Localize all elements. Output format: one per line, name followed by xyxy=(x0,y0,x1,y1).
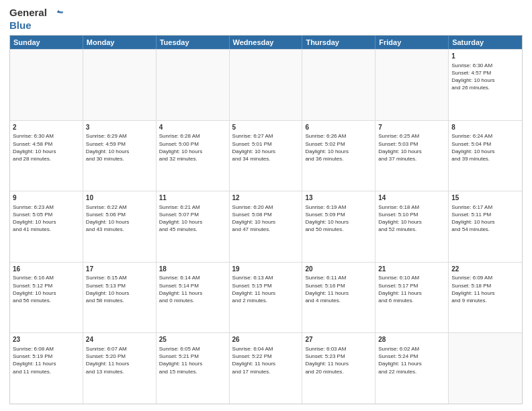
calendar-row: 2Sunrise: 6:30 AM Sunset: 4:58 PM Daylig… xyxy=(10,120,522,191)
day-info: Sunrise: 6:17 AM Sunset: 5:11 PM Dayligh… xyxy=(451,203,519,234)
day-info: Sunrise: 6:23 AM Sunset: 5:05 PM Dayligh… xyxy=(13,203,80,234)
day-cell: 13Sunrise: 6:19 AM Sunset: 5:09 PM Dayli… xyxy=(302,191,375,262)
day-info: Sunrise: 6:26 AM Sunset: 5:02 PM Dayligh… xyxy=(305,132,372,163)
day-number: 1 xyxy=(451,52,519,61)
day-cell: 17Sunrise: 6:15 AM Sunset: 5:13 PM Dayli… xyxy=(83,263,157,333)
day-info: Sunrise: 6:09 AM Sunset: 5:18 PM Dayligh… xyxy=(451,274,519,304)
logo-general: General xyxy=(9,7,47,18)
calendar: SundayMondayTuesdayWednesdayThursdayFrid… xyxy=(9,35,523,404)
day-cell: 18Sunrise: 6:14 AM Sunset: 5:14 PM Dayli… xyxy=(157,263,230,333)
day-cell: 25Sunrise: 6:05 AM Sunset: 5:21 PM Dayli… xyxy=(157,333,230,404)
day-info: Sunrise: 6:10 AM Sunset: 5:17 PM Dayligh… xyxy=(378,274,445,304)
day-cell: 6Sunrise: 6:26 AM Sunset: 5:02 PM Daylig… xyxy=(302,121,375,191)
day-number: 9 xyxy=(13,193,80,203)
day-info: Sunrise: 6:20 AM Sunset: 5:08 PM Dayligh… xyxy=(232,203,300,234)
day-info: Sunrise: 6:03 AM Sunset: 5:23 PM Dayligh… xyxy=(305,345,372,375)
empty-cell xyxy=(83,50,157,120)
calendar-header: SundayMondayTuesdayWednesdayThursdayFrid… xyxy=(10,36,522,49)
day-number: 25 xyxy=(159,335,226,345)
day-info: Sunrise: 6:19 AM Sunset: 5:09 PM Dayligh… xyxy=(305,203,372,234)
logo-text: General Blue xyxy=(9,7,63,31)
weekday-header: Friday xyxy=(375,36,449,49)
day-number: 6 xyxy=(305,123,372,132)
day-cell: 9Sunrise: 6:23 AM Sunset: 5:05 PM Daylig… xyxy=(10,191,83,262)
day-cell: 3Sunrise: 6:29 AM Sunset: 4:59 PM Daylig… xyxy=(83,121,157,191)
day-info: Sunrise: 6:21 AM Sunset: 5:07 PM Dayligh… xyxy=(159,203,226,234)
day-info: Sunrise: 6:15 AM Sunset: 5:13 PM Dayligh… xyxy=(86,274,153,304)
day-info: Sunrise: 6:14 AM Sunset: 5:14 PM Dayligh… xyxy=(159,274,226,304)
day-info: Sunrise: 6:02 AM Sunset: 5:24 PM Dayligh… xyxy=(378,345,445,375)
day-info: Sunrise: 6:11 AM Sunset: 5:16 PM Dayligh… xyxy=(305,274,372,304)
day-number: 23 xyxy=(13,335,80,345)
day-info: Sunrise: 6:29 AM Sunset: 4:59 PM Dayligh… xyxy=(86,132,153,163)
day-cell: 7Sunrise: 6:25 AM Sunset: 5:03 PM Daylig… xyxy=(375,121,449,191)
day-number: 19 xyxy=(232,265,300,274)
calendar-body: 1Sunrise: 6:30 AM Sunset: 4:57 PM Daylig… xyxy=(10,49,522,404)
day-cell: 8Sunrise: 6:24 AM Sunset: 5:04 PM Daylig… xyxy=(449,121,522,191)
weekday-header: Sunday xyxy=(10,36,83,49)
weekday-header: Wednesday xyxy=(230,36,303,49)
day-number: 20 xyxy=(305,265,372,274)
day-info: Sunrise: 6:05 AM Sunset: 5:21 PM Dayligh… xyxy=(159,345,226,375)
day-cell: 28Sunrise: 6:02 AM Sunset: 5:24 PM Dayli… xyxy=(375,333,449,404)
day-cell: 21Sunrise: 6:10 AM Sunset: 5:17 PM Dayli… xyxy=(375,263,449,333)
day-number: 15 xyxy=(451,193,519,203)
day-cell: 4Sunrise: 6:28 AM Sunset: 5:00 PM Daylig… xyxy=(157,121,230,191)
day-cell: 11Sunrise: 6:21 AM Sunset: 5:07 PM Dayli… xyxy=(157,191,230,262)
day-info: Sunrise: 6:22 AM Sunset: 5:06 PM Dayligh… xyxy=(86,203,153,234)
day-number: 7 xyxy=(378,123,445,132)
weekday-header: Thursday xyxy=(302,36,375,49)
day-info: Sunrise: 6:30 AM Sunset: 4:57 PM Dayligh… xyxy=(451,62,519,92)
day-info: Sunrise: 6:24 AM Sunset: 5:04 PM Dayligh… xyxy=(451,132,519,163)
day-number: 16 xyxy=(13,265,80,274)
day-cell: 16Sunrise: 6:16 AM Sunset: 5:12 PM Dayli… xyxy=(10,263,83,333)
day-cell: 14Sunrise: 6:18 AM Sunset: 5:10 PM Dayli… xyxy=(375,191,449,262)
empty-cell xyxy=(157,50,230,120)
day-number: 14 xyxy=(378,193,445,203)
day-number: 18 xyxy=(159,265,226,274)
day-number: 21 xyxy=(378,265,445,274)
day-info: Sunrise: 6:08 AM Sunset: 5:19 PM Dayligh… xyxy=(13,345,80,375)
day-cell: 24Sunrise: 6:07 AM Sunset: 5:20 PM Dayli… xyxy=(83,333,157,404)
day-info: Sunrise: 6:07 AM Sunset: 5:20 PM Dayligh… xyxy=(86,345,153,375)
day-cell: 5Sunrise: 6:27 AM Sunset: 5:01 PM Daylig… xyxy=(230,121,303,191)
day-cell: 10Sunrise: 6:22 AM Sunset: 5:06 PM Dayli… xyxy=(83,191,157,262)
empty-cell xyxy=(10,50,83,120)
logo: General Blue xyxy=(9,7,63,31)
day-number: 3 xyxy=(86,123,153,132)
calendar-row: 9Sunrise: 6:23 AM Sunset: 5:05 PM Daylig… xyxy=(10,191,522,262)
day-cell: 15Sunrise: 6:17 AM Sunset: 5:11 PM Dayli… xyxy=(449,191,522,262)
day-cell: 2Sunrise: 6:30 AM Sunset: 4:58 PM Daylig… xyxy=(10,121,83,191)
day-cell: 23Sunrise: 6:08 AM Sunset: 5:19 PM Dayli… xyxy=(10,333,83,404)
empty-cell xyxy=(302,50,375,120)
calendar-row: 16Sunrise: 6:16 AM Sunset: 5:12 PM Dayli… xyxy=(10,262,522,333)
day-number: 13 xyxy=(305,193,372,203)
weekday-header: Monday xyxy=(83,36,157,49)
day-cell: 20Sunrise: 6:11 AM Sunset: 5:16 PM Dayli… xyxy=(302,263,375,333)
day-number: 24 xyxy=(86,335,153,345)
logo-bird-icon xyxy=(51,7,63,19)
day-info: Sunrise: 6:30 AM Sunset: 4:58 PM Dayligh… xyxy=(13,132,80,163)
day-number: 17 xyxy=(86,265,153,274)
empty-cell xyxy=(375,50,449,120)
day-cell: 19Sunrise: 6:13 AM Sunset: 5:15 PM Dayli… xyxy=(230,263,303,333)
day-number: 2 xyxy=(13,123,80,132)
day-cell: 27Sunrise: 6:03 AM Sunset: 5:23 PM Dayli… xyxy=(302,333,375,404)
day-info: Sunrise: 6:04 AM Sunset: 5:22 PM Dayligh… xyxy=(232,345,300,375)
day-info: Sunrise: 6:13 AM Sunset: 5:15 PM Dayligh… xyxy=(232,274,300,304)
weekday-header: Tuesday xyxy=(157,36,230,49)
day-number: 12 xyxy=(232,193,300,203)
logo-blue: Blue xyxy=(9,19,32,31)
day-number: 4 xyxy=(159,123,226,132)
day-number: 8 xyxy=(451,123,519,132)
day-number: 27 xyxy=(305,335,372,345)
day-info: Sunrise: 6:28 AM Sunset: 5:00 PM Dayligh… xyxy=(159,132,226,163)
calendar-row: 23Sunrise: 6:08 AM Sunset: 5:19 PM Dayli… xyxy=(10,332,522,404)
page: General Blue SundayMondayTuesdayWednesda… xyxy=(0,0,532,411)
empty-cell xyxy=(449,333,522,404)
day-number: 28 xyxy=(378,335,445,345)
weekday-header: Saturday xyxy=(449,36,522,49)
empty-cell xyxy=(230,50,303,120)
day-cell: 1Sunrise: 6:30 AM Sunset: 4:57 PM Daylig… xyxy=(449,50,522,120)
day-number: 11 xyxy=(159,193,226,203)
